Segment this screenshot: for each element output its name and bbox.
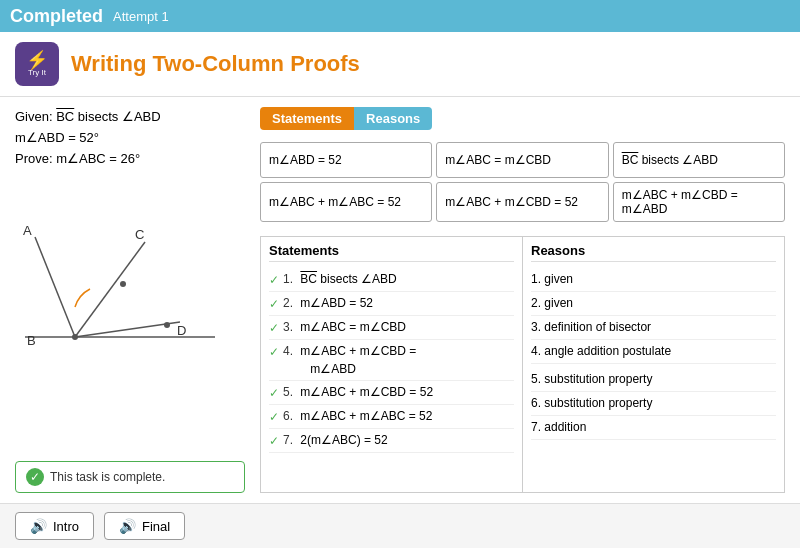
app-logo: ⚡ Try It xyxy=(15,42,59,86)
page-title: Writing Two-Column Proofs xyxy=(71,51,360,77)
reasons-col-header: Reasons xyxy=(531,243,776,262)
top-bar: Completed Attempt 1 xyxy=(0,0,800,32)
complete-badge: ✓ This task is complete. xyxy=(15,461,245,493)
proof-reason-row-1: 1. given xyxy=(531,268,776,292)
check-circle-icon: ✓ xyxy=(26,468,44,486)
given-line2: m∠ABD = 52° xyxy=(15,128,245,149)
tile-5[interactable]: m∠ABC + m∠CBD = 52 xyxy=(436,182,608,222)
svg-line-1 xyxy=(75,242,145,337)
answer-tiles-grid: m∠ABD = 52 m∠ABC = m∠CBD BC bisects ∠ABD… xyxy=(260,142,785,222)
svg-point-8 xyxy=(72,334,78,340)
attempt-label: Attempt 1 xyxy=(113,9,169,24)
bottom-bar: 🔊 Intro 🔊 Final xyxy=(0,503,800,548)
reasons-tab[interactable]: Reasons xyxy=(354,107,432,130)
proof-reason-row-5: 5. substitution property xyxy=(531,368,776,392)
check-icon-4: ✓ xyxy=(269,343,279,361)
check-icon-5: ✓ xyxy=(269,384,279,402)
proof-reason-row-6: 6. substitution property xyxy=(531,392,776,416)
check-icon-6: ✓ xyxy=(269,408,279,426)
right-panel: Statements Reasons m∠ABD = 52 m∠ABC = m∠… xyxy=(260,107,785,493)
check-icon-7: ✓ xyxy=(269,432,279,450)
bolt-icon: ⚡ xyxy=(26,51,48,69)
proof-stmt-row-7: ✓ 7. 2(m∠ABC) = 52 xyxy=(269,429,514,453)
given-text: Given: BC bisects ∠ABD m∠ABD = 52° Prove… xyxy=(15,107,245,169)
proof-reason-row-7: 7. addition xyxy=(531,416,776,440)
statements-column: Statements ✓ 1. BC bisects ∠ABD ✓ 2. m∠A… xyxy=(261,237,523,492)
tile-3[interactable]: BC bisects ∠ABD xyxy=(613,142,785,178)
diagram-svg: B A C D xyxy=(15,177,225,377)
tile-2[interactable]: m∠ABC = m∠CBD xyxy=(436,142,608,178)
speaker-final-icon: 🔊 xyxy=(119,518,136,534)
svg-text:B: B xyxy=(27,333,36,348)
given-line1: Given: BC bisects ∠ABD xyxy=(15,107,245,128)
svg-point-9 xyxy=(120,281,126,287)
check-icon-1: ✓ xyxy=(269,271,279,289)
page-header: ⚡ Try It Writing Two-Column Proofs xyxy=(0,32,800,97)
statements-tab[interactable]: Statements xyxy=(260,107,354,130)
given-line3: Prove: m∠ABC = 26° xyxy=(15,149,245,170)
tile-6[interactable]: m∠ABC + m∠CBD =m∠ABD xyxy=(613,182,785,222)
proof-stmt-row-3: ✓ 3. m∠ABC = m∠CBD xyxy=(269,316,514,340)
proof-stmt-row-1: ✓ 1. BC bisects ∠ABD xyxy=(269,268,514,292)
reasons-column: Reasons 1. given 2. given 3. definition … xyxy=(523,237,784,492)
logo-text: Try It xyxy=(28,69,46,77)
proof-reason-row-4: 4. angle addition postulate xyxy=(531,340,776,364)
main-container: ⚡ Try It Writing Two-Column Proofs Given… xyxy=(0,32,800,548)
proof-stmt-row-2: ✓ 2. m∠ABD = 52 xyxy=(269,292,514,316)
check-icon-3: ✓ xyxy=(269,319,279,337)
proof-stmt-row-6: ✓ 6. m∠ABC + m∠ABC = 52 xyxy=(269,405,514,429)
proof-stmt-row-4: ✓ 4. m∠ABC + m∠CBD = m∠ABD xyxy=(269,340,514,381)
content-area: Given: BC bisects ∠ABD m∠ABD = 52° Prove… xyxy=(0,97,800,503)
tile-4[interactable]: m∠ABC + m∠ABC = 52 xyxy=(260,182,432,222)
proof-stmt-row-5: ✓ 5. m∠ABC + m∠CBD = 52 xyxy=(269,381,514,405)
final-button[interactable]: 🔊 Final xyxy=(104,512,185,540)
proof-table: Statements ✓ 1. BC bisects ∠ABD ✓ 2. m∠A… xyxy=(260,236,785,493)
proof-reason-row-3: 3. definition of bisector xyxy=(531,316,776,340)
intro-label: Intro xyxy=(53,519,79,534)
check-icon-2: ✓ xyxy=(269,295,279,313)
geometry-diagram: B A C D xyxy=(15,177,245,449)
svg-line-0 xyxy=(35,237,75,337)
tile-1[interactable]: m∠ABD = 52 xyxy=(260,142,432,178)
intro-button[interactable]: 🔊 Intro xyxy=(15,512,94,540)
svg-point-10 xyxy=(164,322,170,328)
statements-col-header: Statements xyxy=(269,243,514,262)
final-label: Final xyxy=(142,519,170,534)
complete-text: This task is complete. xyxy=(50,470,165,484)
proof-reason-row-2: 2. given xyxy=(531,292,776,316)
status-label: Completed xyxy=(10,6,103,27)
svg-text:D: D xyxy=(177,323,186,338)
speaker-intro-icon: 🔊 xyxy=(30,518,47,534)
svg-text:A: A xyxy=(23,223,32,238)
left-panel: Given: BC bisects ∠ABD m∠ABD = 52° Prove… xyxy=(15,107,245,493)
tab-buttons: Statements Reasons xyxy=(260,107,785,130)
svg-text:C: C xyxy=(135,227,144,242)
